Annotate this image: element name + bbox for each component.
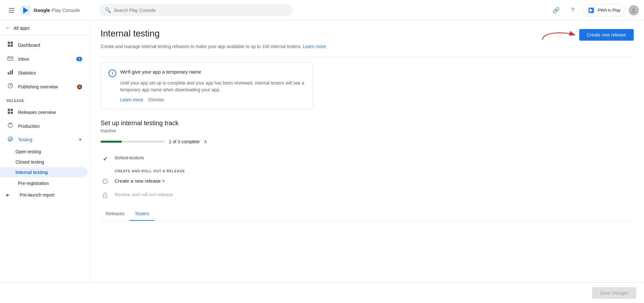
sidebar-item-pre-registration[interactable]: Pre-registration (0, 177, 87, 189)
sidebar-item-pre-launch[interactable]: ▶ Pre-launch report (0, 189, 87, 201)
progress-row: 1 of 3 complete ∧ (101, 138, 634, 145)
expand-icon: ▶ (6, 193, 9, 197)
info-box-header: i We'll give your app a temporary name (109, 69, 305, 77)
steps-list: ✓ Select testers CREATE AND ROLL OUT A R… (101, 151, 634, 202)
step-select-testers: ✓ Select testers (101, 151, 634, 167)
app-chip[interactable]: PWA in Play (583, 4, 625, 16)
sidebar-item-internal-testing[interactable]: Internal testing (0, 167, 87, 177)
main-layout: ← All apps Dashboard Inbox 9 Statistics (0, 21, 644, 282)
info-box: i We'll give your app a temporary name U… (101, 62, 313, 109)
sidebar: ← All apps Dashboard Inbox 9 Statistics (0, 21, 90, 282)
publishing-icon (6, 83, 14, 90)
svg-point-4 (632, 8, 635, 11)
svg-rect-20 (11, 112, 13, 114)
learn-more-header-link[interactable]: Learn more (303, 44, 326, 49)
step-create-release-label: Create a new release > (115, 178, 165, 184)
info-box-actions: Learn more Dismiss (120, 97, 305, 102)
app-chip-icon (587, 6, 595, 14)
step-check-icon: ✓ (101, 156, 110, 163)
create-release-button[interactable]: Create new release (579, 29, 634, 41)
info-learn-more-link[interactable]: Learn more (120, 97, 143, 102)
all-apps-label: All apps (14, 25, 30, 31)
logo-text: Google Play Console (34, 7, 80, 13)
sidebar-item-inbox[interactable]: Inbox 9 (0, 52, 87, 66)
help-icon: ? (571, 7, 574, 14)
search-icon: 🔍 (105, 7, 111, 13)
sidebar-item-open-testing[interactable]: Open testing (0, 146, 87, 157)
svg-rect-12 (12, 70, 13, 75)
step-review-rollout: Review and roll out release (101, 188, 634, 202)
sidebar-item-publishing[interactable]: Publishing overview 🔕 (0, 80, 87, 94)
chevron-down-icon: ▼ (78, 137, 82, 142)
statistics-icon (6, 69, 14, 76)
sidebar-item-dashboard[interactable]: Dashboard (0, 38, 87, 52)
svg-rect-5 (8, 42, 10, 44)
tab-releases[interactable]: Releases (101, 207, 130, 221)
create-release-btn-wrap: Create new release (539, 28, 634, 41)
bottom-bar: Save changes (0, 282, 644, 303)
svg-rect-24 (103, 195, 107, 198)
info-circle-icon: i (109, 69, 116, 77)
link-icon-button[interactable]: 🔗 (550, 4, 562, 17)
sidebar-item-releases-overview[interactable]: Releases overview (0, 105, 87, 119)
releases-overview-icon (6, 108, 14, 116)
tab-testers[interactable]: Testers (130, 207, 154, 221)
svg-rect-7 (8, 45, 10, 47)
sidebar-item-closed-testing[interactable]: Closed testing (0, 157, 87, 167)
svg-rect-6 (11, 42, 13, 44)
open-testing-label: Open testing (15, 149, 41, 154)
svg-point-21 (8, 123, 13, 127)
inbox-label: Inbox (18, 56, 29, 62)
setup-title: Set up internal testing track (101, 119, 634, 127)
sidebar-item-testing[interactable]: Testing ▼ (0, 133, 87, 146)
step-create-release[interactable]: Create a new release > (101, 174, 634, 188)
publishing-label: Publishing overview (18, 84, 58, 89)
search-input[interactable] (114, 8, 287, 13)
notifications-off-icon: 🔕 (77, 84, 82, 89)
avatar[interactable] (629, 5, 639, 15)
help-button[interactable]: ? (566, 4, 579, 17)
step-lock-icon (101, 192, 110, 198)
svg-rect-10 (8, 72, 9, 75)
svg-rect-19 (8, 112, 10, 114)
page-subtitle: Create and manage internal testing relea… (101, 44, 634, 49)
page-title: Internal testing (101, 28, 160, 39)
content-tabs: Releases Testers (101, 207, 634, 221)
topbar-right: 🔗 ? PWA in Play (550, 4, 639, 17)
progress-text: 1 of 3 complete (169, 139, 200, 144)
search-bar[interactable]: 🔍 (99, 4, 293, 16)
save-changes-button[interactable]: Save changes (592, 287, 636, 299)
dashboard-icon (6, 41, 14, 49)
menu-button[interactable] (5, 4, 18, 17)
app-chip-name: PWA in Play (598, 8, 620, 13)
info-box-text: Until your app set up is complete and yo… (120, 80, 305, 93)
dashboard-label: Dashboard (18, 43, 40, 48)
setup-status: Inactive (101, 128, 634, 133)
release-section-label: Release (0, 94, 90, 105)
arrow-indicator (539, 28, 578, 41)
internal-testing-label: Internal testing (15, 170, 48, 175)
content-area: Internal testing Create new release Crea… (90, 21, 644, 282)
svg-rect-18 (11, 109, 13, 111)
svg-line-16 (12, 84, 12, 84)
production-icon (6, 122, 14, 130)
page-header: Internal testing Create new release (101, 28, 634, 41)
progress-bar-fill (101, 141, 122, 143)
hamburger-icon (6, 5, 17, 15)
topbar-left: Google Play Console (5, 4, 95, 17)
sidebar-item-statistics[interactable]: Statistics (0, 66, 87, 80)
pre-registration-label: Pre-registration (18, 181, 49, 186)
svg-rect-8 (11, 45, 13, 47)
statistics-label: Statistics (18, 70, 36, 76)
logo-area: Google Play Console (21, 5, 80, 15)
sidebar-all-apps[interactable]: ← All apps (0, 21, 90, 35)
info-box-title: We'll give your app a temporary name (120, 69, 201, 75)
inbox-badge: 9 (76, 57, 82, 61)
chevron-up-icon[interactable]: ∧ (204, 138, 207, 145)
link-icon: 🔗 (553, 7, 560, 14)
inbox-icon (6, 55, 14, 63)
dismiss-button[interactable]: Dismiss (149, 97, 164, 102)
closed-testing-label: Closed testing (15, 159, 44, 165)
sidebar-item-production[interactable]: Production (0, 119, 87, 133)
testing-label: Testing (18, 137, 32, 142)
